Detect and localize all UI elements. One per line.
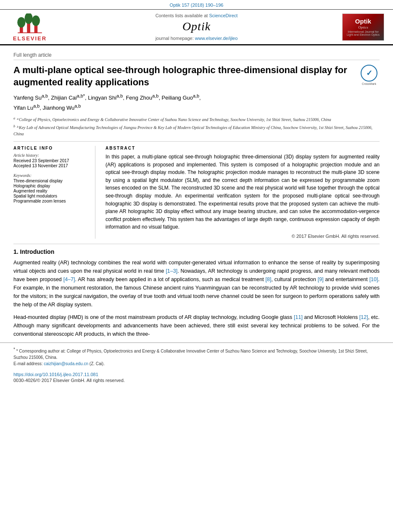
journal-banner: ELSEVIER Contents lists available at Sci… <box>0 9 393 45</box>
article-type: Full length article <box>13 52 380 60</box>
keywords-label: Keywords: <box>13 173 89 178</box>
aff-a-super: a <box>13 116 15 120</box>
article-title: A multi-plane optical see-through hologr… <box>13 64 359 88</box>
sciencedirect-link[interactable]: ScienceDirect <box>209 13 237 18</box>
keyword-2: Holographic display <box>13 184 89 188</box>
aff-a-text: ᵃ College of Physics, Optoelectronics an… <box>16 118 331 122</box>
footnote-email[interactable]: caizhijian@suda.edu.cn <box>44 361 88 366</box>
aff-b-super: b <box>13 124 15 128</box>
intro-heading: 1. Introduction <box>13 248 380 255</box>
svg-point-4 <box>25 13 33 24</box>
intro-paragraph-2: Head-mounted display (HMD) is one of the… <box>13 313 380 338</box>
copyright-line: © 2017 Elsevier GmbH. All rights reserve… <box>106 234 380 239</box>
ref-8[interactable]: [8] <box>266 277 272 282</box>
svg-point-5 <box>32 16 40 26</box>
wu-super: a,b <box>74 103 81 108</box>
authors-line: Yanfeng Sua,b, Zhijian Caia,b*, Lingyan … <box>13 92 380 113</box>
optik-logo-extra: International Journal forLight and Elect… <box>347 30 380 36</box>
intro-paragraph-1: Augmented reality (AR) technology combin… <box>13 258 380 309</box>
article-info-col: Article Info Article history: Received 2… <box>13 146 95 239</box>
ref-4-7[interactable]: [4–7] <box>63 277 75 282</box>
keywords-block: Keywords: Three-dimensional display Holo… <box>13 173 89 203</box>
elsevier-wordmark: ELSEVIER <box>13 35 47 42</box>
cai-super: a,b <box>77 93 83 98</box>
homepage-line: journal homepage: www.elsevier.de/ijleo <box>57 36 336 41</box>
cai-star: * <box>83 93 85 98</box>
optik-logo-subtitle: Optics <box>347 25 380 29</box>
shi-super: a,b <box>116 93 123 98</box>
lu-super: a,b <box>33 103 40 108</box>
keyword-1: Three-dimensional display <box>13 179 89 183</box>
doi-footer: https://doi.org/10.1016/j.ijleo.2017.11.… <box>0 369 393 386</box>
history-label: Article history: <box>13 153 89 158</box>
doi-text: Optik 157 (2018) 190–196 <box>170 3 224 8</box>
main-content: 1. Introduction Augmented reality (AR) t… <box>0 244 393 338</box>
ref-1-3[interactable]: [1–3] <box>166 268 177 274</box>
footnote-star-note: * * Corresponding author at: College of … <box>13 346 380 361</box>
article-history-block: Article history: Received 23 September 2… <box>13 153 89 168</box>
footnote-email-line: E-mail address: caizhijian@suda.edu.cn (… <box>13 361 380 367</box>
received-date: Received 23 September 2017 <box>13 158 89 163</box>
article-info-header: Article Info <box>13 146 89 150</box>
two-col-layout: Article Info Article history: Received 2… <box>13 146 380 239</box>
article-body: Full length article A multi-plane optica… <box>0 45 393 239</box>
optik-logo-box: Optik Optics International Journal forLi… <box>340 12 386 42</box>
affiliation-a: a ᵃ College of Physics, Optoelectronics … <box>13 116 380 123</box>
ref-10[interactable]: [10] <box>369 277 378 282</box>
crossmark-circle: ✓ <box>361 65 377 82</box>
email-label: E-mail address: <box>13 361 44 366</box>
journal-center: Contents lists available at ScienceDirec… <box>53 13 340 41</box>
ref-11[interactable]: [11] <box>294 314 303 320</box>
doi-line: Optik 157 (2018) 190–196 <box>0 0 393 9</box>
elsevier-tree-icon <box>15 13 45 34</box>
homepage-label: journal homepage: <box>156 36 195 41</box>
guo-super: a,b <box>193 93 199 98</box>
article-title-row: A multi-plane optical see-through hologr… <box>13 64 380 88</box>
optik-logo-img: Optik Optics International Journal forLi… <box>342 13 384 41</box>
ref-12[interactable]: [12] <box>359 314 368 320</box>
contents-label: Contents lists available at <box>156 13 209 18</box>
keyword-3: Augmented reality <box>13 189 89 193</box>
section-divider <box>13 244 380 244</box>
optik-logo-title: Optik <box>347 18 380 25</box>
affiliations: a ᵃ College of Physics, Optoelectronics … <box>13 116 380 142</box>
ref-9[interactable]: [9] <box>318 277 324 282</box>
sciencedirect-line: Contents lists available at ScienceDirec… <box>57 13 336 18</box>
footnote-area: * * Corresponding author at: College of … <box>0 342 393 369</box>
footnote-email-note: (Z. Cai). <box>88 361 105 366</box>
page: Optik 157 (2018) 190–196 ELSEVIER <box>0 0 393 532</box>
accepted-date: Accepted 13 November 2017 <box>13 163 89 168</box>
su-super: a,b <box>42 93 48 98</box>
crossmark-icon: ✓ <box>366 68 372 78</box>
journal-header: Optik 157 (2018) 190–196 ELSEVIER <box>0 0 393 45</box>
elsevier-logo: ELSEVIER <box>7 12 53 42</box>
crossmark-badge: ✓ CrossMark <box>359 64 380 85</box>
issn-line: 0030-4026/© 2017 Elsevier GmbH. All righ… <box>13 378 380 383</box>
homepage-url[interactable]: www.elsevier.de/ijleo <box>195 36 238 41</box>
affiliation-b: b ᵇ Key Lab of Advanced Optical Manufact… <box>13 124 380 137</box>
doi-link[interactable]: https://doi.org/10.1016/j.ijleo.2017.11.… <box>13 372 98 377</box>
journal-title: Optik <box>57 20 336 33</box>
keyword-4: Spatial light modulators <box>13 194 89 198</box>
crossmark-label: CrossMark <box>362 82 376 85</box>
footnote-star-icon: * <box>13 347 15 352</box>
abstract-col: Abstract In this paper, a multi-plane op… <box>106 146 380 239</box>
svg-point-3 <box>17 17 25 28</box>
abstract-header: Abstract <box>106 146 380 150</box>
zhou-super: a,b <box>152 93 158 98</box>
footnote-star-text: * Corresponding author at: College of Ph… <box>13 349 368 360</box>
keyword-5: Programmable zoom lenses <box>13 199 89 203</box>
abstract-text: In this paper, a multi-plane optical see… <box>106 153 380 231</box>
aff-b-text: ᵇ Key Lab of Advanced Optical Manufactur… <box>13 125 372 136</box>
